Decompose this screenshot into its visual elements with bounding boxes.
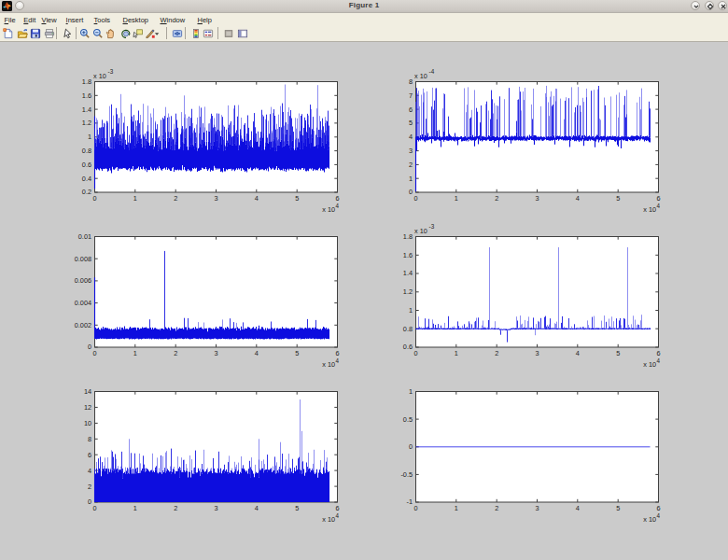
svg-text:1: 1	[88, 133, 91, 141]
svg-text:3: 3	[535, 504, 539, 512]
svg-text:x 10: x 10	[643, 515, 656, 524]
svg-text:0.5: 0.5	[403, 415, 413, 424]
svg-text:x 10: x 10	[414, 72, 427, 80]
svg-text:1: 1	[409, 175, 413, 183]
svg-text:0: 0	[413, 349, 417, 357]
svg-text:2: 2	[175, 349, 178, 357]
svg-text:4: 4	[656, 357, 660, 364]
svg-text:1: 1	[409, 387, 413, 396]
svg-text:5: 5	[296, 349, 300, 357]
svg-text:3: 3	[535, 349, 539, 357]
svg-text:0: 0	[413, 194, 417, 203]
svg-text:-0.5: -0.5	[400, 470, 413, 479]
svg-text:6: 6	[656, 194, 660, 203]
svg-text:4: 4	[255, 504, 259, 512]
svg-text:1.8: 1.8	[82, 77, 91, 86]
svg-text:2: 2	[495, 194, 498, 203]
svg-text:4: 4	[656, 512, 660, 519]
svg-text:0.4: 0.4	[82, 175, 91, 183]
svg-text:4: 4	[336, 512, 340, 519]
svg-text:3: 3	[409, 147, 413, 155]
svg-text:1: 1	[455, 504, 458, 512]
svg-text:1.4: 1.4	[82, 105, 91, 114]
svg-text:3: 3	[215, 194, 218, 203]
svg-text:1.8: 1.8	[403, 232, 413, 241]
svg-text:5: 5	[616, 504, 620, 512]
svg-text:7: 7	[409, 91, 413, 100]
svg-text:2: 2	[175, 194, 178, 203]
svg-text:4: 4	[88, 467, 91, 475]
svg-text:4: 4	[255, 349, 259, 357]
svg-text:x 10: x 10	[323, 360, 336, 369]
svg-text:0: 0	[88, 343, 91, 352]
svg-text:x 10: x 10	[643, 205, 656, 214]
svg-text:2: 2	[175, 504, 178, 512]
svg-text:5: 5	[616, 349, 620, 357]
svg-text:3: 3	[215, 504, 218, 512]
svg-text:0: 0	[413, 504, 417, 512]
svg-text:5: 5	[296, 194, 300, 203]
svg-text:0: 0	[409, 442, 413, 451]
svg-text:0.01: 0.01	[78, 232, 91, 241]
svg-text:6: 6	[656, 504, 660, 512]
svg-text:0.6: 0.6	[82, 161, 91, 169]
svg-text:1: 1	[455, 194, 458, 203]
svg-text:1: 1	[133, 194, 137, 203]
svg-text:4: 4	[336, 203, 340, 209]
svg-text:4: 4	[409, 133, 413, 141]
svg-text:0: 0	[409, 189, 413, 197]
svg-text:0.002: 0.002	[75, 321, 91, 329]
svg-text:1.4: 1.4	[403, 270, 413, 278]
svg-text:2: 2	[409, 161, 413, 169]
svg-text:0.8: 0.8	[82, 147, 91, 155]
svg-text:1.2: 1.2	[82, 119, 91, 128]
svg-text:8: 8	[409, 77, 413, 86]
svg-text:1.6: 1.6	[82, 91, 91, 100]
svg-text:x 10: x 10	[643, 360, 656, 369]
svg-text:-3: -3	[428, 224, 434, 231]
svg-text:4: 4	[656, 203, 660, 209]
svg-text:1.6: 1.6	[403, 251, 413, 259]
svg-text:1: 1	[409, 306, 413, 315]
svg-text:10: 10	[84, 419, 91, 427]
svg-text:6: 6	[656, 349, 660, 357]
svg-text:0.2: 0.2	[82, 189, 91, 197]
svg-text:0.004: 0.004	[75, 299, 91, 307]
svg-text:3: 3	[535, 194, 539, 203]
svg-text:3: 3	[215, 349, 218, 357]
svg-text:4: 4	[576, 504, 580, 512]
svg-text:0.008: 0.008	[75, 255, 91, 263]
svg-text:x 10: x 10	[323, 515, 336, 524]
svg-text:6: 6	[409, 105, 413, 114]
svg-text:0.006: 0.006	[75, 277, 91, 286]
svg-text:6: 6	[336, 194, 340, 203]
svg-text:1: 1	[455, 349, 458, 357]
svg-text:4: 4	[255, 194, 259, 203]
svg-text:0: 0	[93, 504, 97, 512]
svg-text:6: 6	[88, 451, 91, 459]
svg-text:5: 5	[616, 194, 620, 203]
svg-text:0: 0	[93, 349, 97, 357]
svg-text:4: 4	[336, 357, 340, 364]
svg-text:x 10: x 10	[414, 227, 427, 235]
svg-text:x 10: x 10	[93, 72, 106, 80]
svg-text:-4: -4	[428, 68, 434, 75]
svg-text:6: 6	[336, 504, 340, 512]
svg-text:-1: -1	[406, 498, 413, 507]
svg-text:2: 2	[88, 483, 91, 491]
svg-text:2: 2	[495, 349, 498, 357]
svg-text:4: 4	[576, 194, 580, 203]
svg-text:x 10: x 10	[323, 205, 336, 214]
svg-text:0.8: 0.8	[403, 325, 413, 333]
svg-text:12: 12	[84, 403, 91, 412]
svg-text:0: 0	[93, 194, 97, 203]
svg-text:14: 14	[84, 387, 91, 396]
svg-text:5: 5	[296, 504, 300, 512]
svg-text:1: 1	[133, 504, 137, 512]
svg-text:6: 6	[336, 349, 340, 357]
svg-text:1.2: 1.2	[403, 288, 413, 297]
svg-text:8: 8	[88, 435, 91, 443]
svg-text:2: 2	[495, 504, 498, 512]
svg-text:0: 0	[88, 498, 91, 507]
svg-text:-3: -3	[108, 68, 114, 75]
